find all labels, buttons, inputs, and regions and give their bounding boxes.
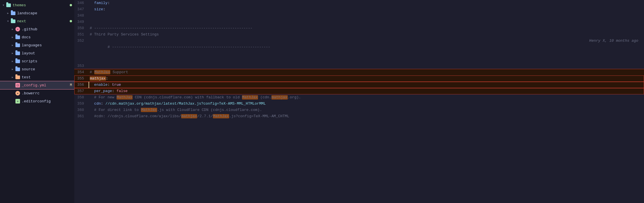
line-number: 349 [74, 19, 89, 25]
line-content: # For direct link to MathJax.js with Clo… [89, 107, 644, 113]
blame-text: Henry X, 10 months ago [589, 38, 638, 44]
line-content: family: [89, 0, 644, 6]
tree-item-layout[interactable]: layout [0, 49, 74, 57]
tree-item-editorconfig[interactable]: ⚙ .editorconfig [0, 97, 74, 105]
tree-item-themes[interactable]: themes [0, 1, 74, 9]
line-number: 348 [74, 13, 89, 19]
code-line-359: 359 cdn: //cdn.mathjax.org/mathjax/lates… [74, 101, 644, 107]
folder-next-icon [10, 19, 16, 23]
arrow-down-icon [1, 4, 6, 7]
code-line-360: 360 # For direct link to MathJax.js with… [74, 107, 644, 113]
code-editor[interactable]: 346 family: 347 size: 348 349 350 # ----… [74, 0, 644, 203]
line-number: 359 [74, 101, 89, 107]
editor-icon: ⚙ [15, 99, 21, 104]
folder-scripts-icon [15, 59, 21, 63]
code-line-351: 351 # Third Party Services Settings [74, 31, 644, 38]
code-line-361: 361 #cdn: //cdnjs.cloudflare.com/ajax/li… [74, 113, 644, 120]
line-content: # Third Party Services Settings [89, 31, 644, 38]
line-number: 356 [74, 82, 89, 88]
code-line-357: 357 per_page: false [74, 88, 644, 94]
line-number: 355 [74, 75, 89, 82]
next-badge [70, 20, 72, 22]
code-line-350: 350 # ----------------------------------… [74, 25, 644, 31]
line-number: 354 [74, 69, 89, 75]
folder-languages-icon [15, 43, 21, 47]
test-label: test [22, 75, 74, 79]
themes-badge [70, 4, 72, 6]
line-number: 360 [74, 107, 89, 113]
code-line-349: 349 [74, 19, 644, 25]
arrow-right-layout [10, 52, 15, 55]
folder-docs-icon [15, 35, 21, 39]
line-content: # --------------------------------------… [89, 25, 644, 31]
line-content [89, 63, 644, 69]
tree-item-scripts[interactable]: scripts [0, 57, 74, 65]
line-content [89, 13, 644, 19]
line-number: 358 [74, 94, 89, 101]
arrow-right-scripts [10, 60, 15, 63]
tree-item-github[interactable]: ✦ .github [0, 25, 74, 33]
code-line-353: 353 [74, 63, 644, 69]
line-number: 350 [74, 25, 89, 31]
docs-label: docs [22, 35, 74, 39]
editorconfig-label: .editorconfig [22, 99, 74, 104]
tree-item-languages[interactable]: languages [0, 41, 74, 49]
tree-item-landscape[interactable]: landscape [0, 9, 74, 17]
line-content: mathjax: [89, 75, 644, 82]
themes-label: themes [13, 3, 70, 7]
arrow-right-github [10, 28, 15, 31]
tree-item-bowerrc[interactable]: ❋ .bowerrc [0, 89, 74, 97]
code-line-358: 358 # For new MathJax CDN (cdnjs.cloudfl… [74, 94, 644, 101]
arrow-right-docs [10, 36, 15, 39]
tree-item-docs[interactable]: docs [0, 33, 74, 41]
line-content: enable: true [89, 82, 644, 88]
line-content: size: [89, 6, 644, 13]
tree-item-test[interactable]: test [0, 73, 74, 81]
line-content: per_page: false [89, 88, 644, 94]
yml-file-icon: {} [15, 83, 21, 87]
line-number: 361 [74, 113, 89, 120]
folder-landscape-icon [10, 11, 16, 15]
folder-source-icon [15, 67, 21, 71]
line-content: # For new MathJax CDN (cdnjs.cloudflare.… [89, 94, 644, 101]
line-number: 357 [74, 88, 89, 94]
line-content: # MathJax Support [89, 69, 644, 75]
code-line-355: 355 mathjax: [74, 75, 644, 82]
code-line-348: 348 [74, 13, 644, 19]
folder-layout-icon [15, 51, 21, 55]
arrow-right-icon [6, 12, 10, 15]
source-label: source [22, 67, 74, 71]
line-number: 347 [74, 6, 89, 13]
folder-themes-icon [6, 3, 11, 7]
github-folder-icon: ✦ [15, 27, 21, 31]
line-content: cdn: //cdn.mathjax.org/mathjax/latest/Ma… [89, 101, 644, 107]
code-line-352: 352 # ----------------------------------… [74, 38, 644, 63]
line-number: 346 [74, 0, 89, 6]
code-line-346: 346 family: [74, 0, 644, 6]
layout-label: layout [22, 51, 74, 55]
tree-item-next[interactable]: next [0, 17, 74, 25]
arrow-down-icon2 [6, 20, 10, 23]
line-content [89, 19, 644, 25]
code-line-354: 354 # MathJax Support [74, 69, 644, 75]
arrow-right-test [10, 76, 15, 79]
line-number: 352 [74, 38, 89, 63]
tree-item-source[interactable]: source [0, 65, 74, 73]
config-yml-label: _config.yml [22, 83, 70, 87]
arrow-right-languages [10, 44, 15, 47]
line-content: #cdn: //cdnjs.cloudflare.com/ajax/libs/m… [89, 113, 644, 120]
languages-label: languages [22, 43, 74, 47]
code-line-347: 347 size: [74, 6, 644, 13]
tree-item-config-yml[interactable]: {} _config.yml M [0, 81, 74, 89]
folder-test-icon [15, 75, 21, 79]
next-label: next [17, 19, 70, 23]
landscape-label: landscape [17, 11, 74, 15]
code-line-356: 356 enable: true [74, 82, 644, 88]
line-number: 353 [74, 63, 89, 69]
bowerrc-label: .bowerrc [22, 91, 74, 95]
bower-icon: ❋ [15, 91, 21, 95]
file-tree: themes landscape next ✦ .github [0, 0, 74, 203]
scripts-label: scripts [22, 59, 74, 63]
line-number: 351 [74, 31, 89, 38]
modified-badge: M [70, 83, 72, 87]
